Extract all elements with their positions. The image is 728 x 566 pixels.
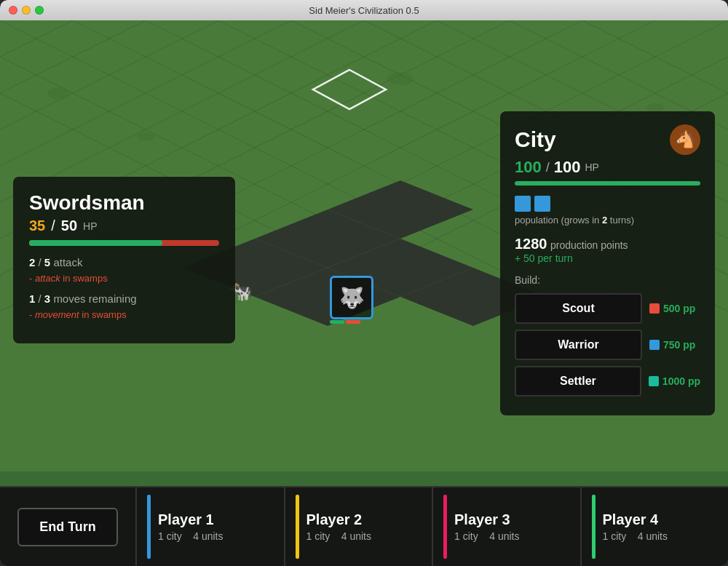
moves-label: moves remaining <box>53 292 136 305</box>
unit-wolf[interactable]: 🐺 <box>325 271 378 324</box>
minimize-button[interactable] <box>22 6 31 15</box>
pop-text: population (grows in 2 turns) <box>515 215 700 226</box>
player-1-color-bar <box>147 495 151 559</box>
prod-points: 1280 <box>515 236 547 252</box>
end-turn-section: End Turn <box>0 487 137 566</box>
player-4-name: Player 4 <box>603 511 668 528</box>
player-1-name: Player 1 <box>158 511 223 528</box>
player-1-stats: 1 city 4 units <box>158 530 223 542</box>
city-hp-label: HP <box>585 162 598 173</box>
window-title: Sid Meier's Civilization 0.5 <box>309 5 419 16</box>
game-area: 🐄 🐺 Swordsman 35 / 50 HP 2 / 5 attack - … <box>0 20 728 566</box>
scout-cost-pp: 500 pp <box>663 303 695 314</box>
unit-panel: Swordsman 35 / 50 HP 2 / 5 attack - atta… <box>13 177 235 343</box>
city-icon: 🐴 <box>670 124 700 155</box>
production-section: 1280 production points + 50 per turn <box>515 236 700 264</box>
warrior-cost: 750 pp <box>649 339 700 351</box>
unit-hp-row: 35 / 50 HP <box>29 218 219 234</box>
player-4-stats: 1 city 4 units <box>603 530 668 542</box>
scout-cost-icon <box>649 303 660 314</box>
city-hp-sep: / <box>546 160 550 175</box>
player-2-section[interactable]: Player 2 1 city 4 units <box>285 487 434 566</box>
attack-current: 2 <box>29 256 35 268</box>
build-label: Build: <box>515 274 700 286</box>
player-2-name: Player 2 <box>306 511 372 528</box>
moves-current: 1 <box>29 292 35 305</box>
player-3-color-bar <box>443 495 447 559</box>
warrior-cost-pp: 750 pp <box>663 339 695 351</box>
unit-hp-sep: / <box>51 218 55 234</box>
unit-frame: 🐺 <box>330 276 373 319</box>
attack-max: 5 <box>44 256 50 268</box>
unit-hp-bar-bg <box>29 240 219 246</box>
player-3-stats: 1 city 4 units <box>454 530 520 542</box>
city-hp-max: 100 <box>554 158 581 177</box>
player-4-section[interactable]: Player 4 1 city 4 units <box>582 487 729 566</box>
attack-stat-row: 2 / 5 attack <box>29 256 219 268</box>
settler-cost-icon <box>649 376 659 386</box>
build-warrior-button[interactable]: Warrior <box>515 330 642 360</box>
settler-cost-pp: 1000 pp <box>662 375 700 387</box>
hp-bar-red <box>346 320 360 324</box>
close-button[interactable] <box>9 6 17 15</box>
player-2-color-bar <box>296 495 299 559</box>
player-1-info: Player 1 1 city 4 units <box>158 495 223 559</box>
player-4-info: Player 4 1 city 4 units <box>603 495 668 559</box>
player-2-info: Player 2 1 city 4 units <box>306 495 372 559</box>
unit-hp-label: HP <box>83 220 97 232</box>
svg-point-33 <box>387 72 414 85</box>
prod-per-turn: + 50 per turn <box>515 252 700 264</box>
city-hp-row: 100 / 100 HP <box>515 158 700 177</box>
player-3-info: Player 3 1 city 4 units <box>454 495 520 559</box>
player-2-stats: 1 city 4 units <box>306 530 372 542</box>
unit-hp-bars <box>330 320 360 324</box>
moves-sep: / <box>39 292 44 305</box>
moves-stat-row: 1 / 3 moves remaining <box>29 292 219 305</box>
population-section: population (grows in 2 turns) <box>515 196 700 226</box>
city-hp-bar <box>515 181 700 186</box>
build-settler-button[interactable]: Settler <box>515 366 641 396</box>
unit-hp-max: 50 <box>61 218 77 234</box>
moves-penalty: - movement in swamps <box>29 309 219 320</box>
build-row-warrior: Warrior 750 pp <box>515 330 700 360</box>
pop-turns: 2 <box>602 215 607 226</box>
attack-sep: / <box>39 256 44 268</box>
city-title: City <box>515 127 556 152</box>
unit-hp-current: 35 <box>29 218 45 234</box>
hp-bar-green <box>330 320 344 324</box>
attack-label: attack <box>53 256 82 268</box>
svg-point-32 <box>137 132 154 141</box>
build-row-settler: Settler 1000 pp <box>515 366 700 396</box>
player-3-section[interactable]: Player 3 1 city 4 units <box>433 487 582 566</box>
city-header: City 🐴 <box>515 124 700 155</box>
title-bar: Sid Meier's Civilization 0.5 <box>0 0 728 20</box>
city-panel: City 🐴 100 / 100 HP population (grows in… <box>500 111 715 415</box>
city-hp-current: 100 <box>515 158 542 177</box>
window-controls[interactable] <box>9 6 44 15</box>
svg-point-31 <box>47 87 69 99</box>
player-4-color-bar <box>592 495 596 559</box>
pop-icon-1 <box>515 196 531 212</box>
moves-max: 3 <box>44 292 50 305</box>
scout-cost: 500 pp <box>649 303 700 314</box>
settler-cost: 1000 pp <box>649 375 700 387</box>
unit-name: Swordsman <box>29 191 219 215</box>
build-row-scout: Scout 500 pp <box>515 293 700 324</box>
pop-icon-2 <box>534 196 550 212</box>
bottom-bar: End Turn Player 1 1 city 4 units Player … <box>0 486 728 566</box>
player-1-section[interactable]: Player 1 1 city 4 units <box>137 487 285 566</box>
player-3-name: Player 3 <box>454 511 520 528</box>
warrior-cost-icon <box>649 340 660 350</box>
build-scout-button[interactable]: Scout <box>515 293 642 324</box>
prod-label: production points <box>550 239 628 251</box>
attack-penalty: - attack in swamps <box>29 273 219 284</box>
pop-icons <box>515 196 700 212</box>
end-turn-button[interactable]: End Turn <box>17 508 118 546</box>
unit-hp-bar-fill <box>29 240 162 246</box>
maximize-button[interactable] <box>35 6 44 15</box>
